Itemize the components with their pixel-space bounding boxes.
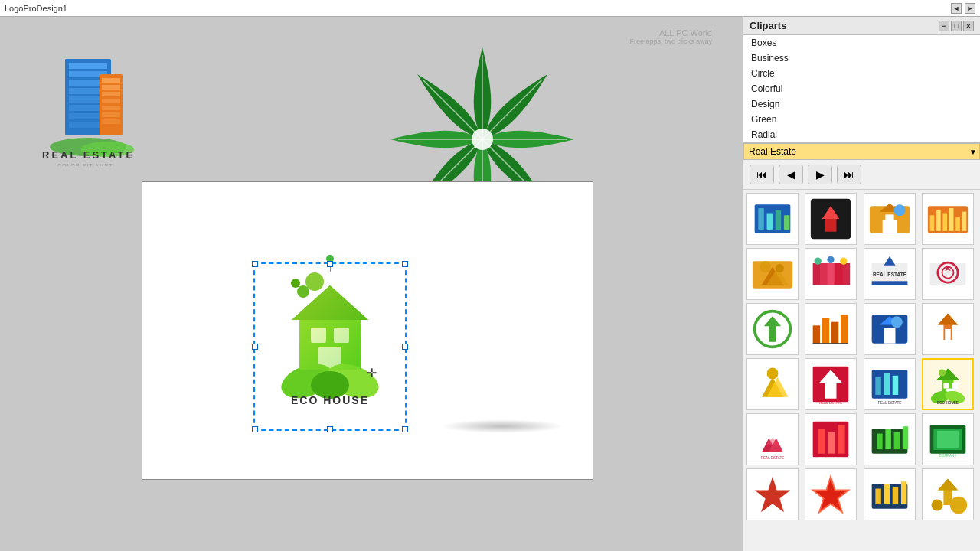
category-radial[interactable]: Radial (743, 127, 980, 142)
category-green[interactable]: Green (743, 112, 980, 127)
clipart-18[interactable]: REAL ESTATE CO. (805, 413, 857, 465)
svg-text:REAL ESTATE: REAL ESTATE (819, 401, 843, 405)
svg-point-94 (890, 316, 902, 328)
svg-rect-62 (956, 217, 960, 231)
clipart-grid[interactable]: REAL ESTATE (743, 190, 980, 551)
svg-rect-112 (952, 383, 957, 388)
clipart-11[interactable] (864, 303, 916, 355)
clipart-16-eco-house[interactable]: ECO HOUSE (922, 358, 974, 410)
clipart-21[interactable] (746, 468, 799, 520)
clipart-10[interactable] (805, 303, 857, 355)
svg-rect-59 (936, 210, 941, 231)
svg-rect-45 (767, 214, 773, 230)
svg-text:REAL ESTATE: REAL ESTATE (42, 149, 135, 161)
clipart-4[interactable] (922, 193, 974, 245)
svg-rect-61 (949, 208, 954, 231)
right-panel: Cliparts − □ × Boxes Business Circle Col… (743, 17, 980, 551)
tab-label[interactable]: LogoProDesign1 (5, 4, 67, 13)
nav-last-btn[interactable]: ⏭ (837, 165, 861, 184)
category-business[interactable]: Business (743, 51, 980, 66)
handle-bm[interactable] (327, 426, 333, 432)
category-circle[interactable]: Circle (743, 66, 980, 81)
nav-next-btn[interactable]: ► (965, 3, 975, 14)
handle-bl[interactable] (252, 426, 258, 432)
clipart-7[interactable]: REAL ESTATE (864, 248, 916, 300)
clipart-15[interactable]: REAL ESTATE (864, 358, 916, 410)
panel-title: Cliparts (750, 20, 786, 31)
svg-rect-12 (102, 92, 120, 96)
category-colorful[interactable]: Colorful (743, 81, 980, 96)
svg-rect-46 (776, 210, 781, 230)
svg-text:COLOR SIT AMET: COLOR SIT AMET (57, 163, 113, 166)
svg-rect-10 (102, 78, 120, 83)
nav-buttons: ⏮ ◀ ▶ ⏭ (743, 160, 980, 190)
title-bar: LogoProDesign1 ◄ ► (0, 0, 980, 17)
clipart-19[interactable] (864, 413, 916, 465)
svg-point-75 (840, 258, 847, 265)
svg-point-29 (472, 129, 493, 150)
clipart-9[interactable] (746, 303, 799, 355)
svg-rect-14 (102, 106, 120, 110)
clipart-12[interactable] (922, 303, 974, 355)
svg-point-146 (950, 497, 967, 514)
eco-house-container[interactable]: ECO HOUSE ✛ (253, 247, 407, 419)
building-logo[interactable]: REAL ESTATE COLOR SIT AMET (19, 28, 157, 169)
clipart-22[interactable] (805, 468, 857, 520)
panel-close-btn[interactable]: × (963, 21, 974, 31)
svg-rect-89 (841, 315, 848, 343)
clipart-6[interactable] (805, 248, 857, 300)
svg-marker-136 (755, 477, 791, 513)
svg-rect-15 (102, 112, 120, 117)
category-select[interactable]: Real Estate Boxes Business Circle (743, 143, 980, 160)
svg-text:ECO HOUSE: ECO HOUSE (937, 401, 959, 405)
clipart-1[interactable] (746, 193, 799, 245)
svg-rect-53 (882, 220, 897, 233)
svg-rect-60 (942, 214, 947, 231)
main-layout: ALL PC World Free apps, two clicks away (0, 17, 980, 551)
clipart-24[interactable] (922, 468, 974, 520)
svg-rect-54 (885, 214, 890, 220)
nav-next-page-btn[interactable]: ▶ (808, 165, 832, 184)
clipart-13[interactable] (746, 358, 799, 410)
category-boxes[interactable]: Boxes (743, 35, 980, 51)
svg-point-31 (297, 285, 309, 298)
panel-minimize-btn[interactable]: − (939, 21, 949, 31)
clipart-2[interactable] (805, 193, 857, 245)
svg-point-116 (939, 369, 946, 376)
svg-rect-124 (828, 432, 835, 454)
watermark-line1: ALL PC World (629, 28, 712, 37)
clipart-17[interactable]: REAL ESTATE (746, 413, 799, 465)
clipart-14[interactable]: REAL ESTATE (805, 358, 857, 410)
white-canvas[interactable]: ECO HOUSE ✛ (142, 181, 593, 480)
canvas-area[interactable]: ALL PC World Free apps, two clicks away (0, 17, 743, 551)
clipart-3[interactable] (864, 193, 916, 245)
svg-line-28 (482, 80, 542, 139)
rotate-handle[interactable] (326, 255, 334, 262)
handle-br[interactable] (402, 426, 408, 432)
svg-rect-111 (943, 383, 949, 388)
svg-rect-125 (838, 425, 845, 453)
nav-prev-page-btn[interactable]: ◀ (779, 165, 803, 184)
panel-header: Cliparts − □ × (743, 17, 980, 35)
panel-maximize-btn[interactable]: □ (951, 21, 962, 31)
watermark-line2: Free apps, two clicks away (629, 37, 712, 45)
svg-rect-72 (835, 263, 851, 285)
svg-rect-143 (900, 481, 906, 504)
svg-rect-107 (892, 376, 897, 395)
svg-rect-123 (818, 429, 825, 454)
clipart-5[interactable] (746, 248, 799, 300)
clipart-20[interactable]: COMPANY (922, 413, 974, 465)
category-list[interactable]: Boxes Business Circle Colorful Design Gr… (743, 35, 980, 143)
category-design[interactable]: Design (743, 96, 980, 112)
svg-rect-93 (884, 328, 895, 344)
svg-rect-134 (937, 431, 959, 448)
clipart-8[interactable] (922, 248, 974, 300)
svg-rect-86 (813, 325, 820, 343)
nav-prev-btn[interactable]: ◄ (951, 3, 962, 14)
category-dropdown[interactable]: Real Estate Boxes Business Circle ▼ (743, 143, 980, 160)
nav-first-btn[interactable]: ⏮ (750, 165, 774, 184)
svg-text:REAL ESTATE: REAL ESTATE (872, 272, 906, 277)
svg-text:REAL ESTATE: REAL ESTATE (877, 401, 901, 405)
svg-point-100 (767, 368, 779, 380)
clipart-23[interactable] (864, 468, 916, 520)
